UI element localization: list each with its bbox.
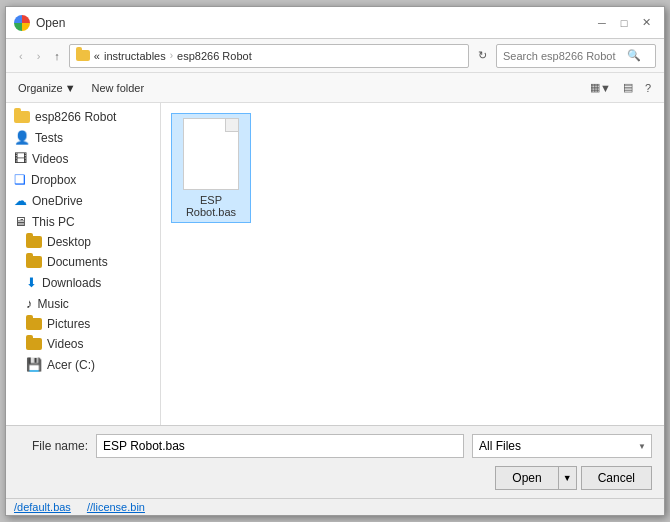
sidebar-item-dropbox[interactable]: ❑ Dropbox <box>6 169 160 190</box>
sidebar: esp8266 Robot 👤 Tests 🎞 Videos ❑ Dropbox… <box>6 103 161 425</box>
sidebar-item-desktop[interactable]: Desktop <box>6 232 160 252</box>
sidebar-item-esp8266robot[interactable]: esp8266 Robot <box>6 107 160 127</box>
organize-arrow-icon: ▼ <box>65 82 76 94</box>
minimize-button[interactable]: ─ <box>592 13 612 33</box>
title-bar: Open ─ □ ✕ <box>6 7 664 39</box>
filename-row: File name: All Files BASIC Files (*.bas)… <box>18 434 652 458</box>
content-area: ESP Robot.bas <box>161 103 664 425</box>
cancel-button[interactable]: Cancel <box>581 466 652 490</box>
search-icon: 🔍 <box>627 49 641 62</box>
organize-label: Organize <box>18 82 63 94</box>
title-bar-left: Open <box>14 15 65 31</box>
sidebar-item-acerdrive[interactable]: 💾 Acer (C:) <box>6 354 160 375</box>
help-button[interactable]: ? <box>640 79 656 97</box>
sidebar-item-music[interactable]: ♪ Music <box>6 293 160 314</box>
forward-button[interactable]: › <box>32 47 46 65</box>
sidebar-label: esp8266 Robot <box>35 110 116 124</box>
sidebar-item-pictures[interactable]: Pictures <box>6 314 160 334</box>
breadcrumb-instructables: instructables <box>104 50 166 62</box>
folder-special-icon <box>26 236 42 248</box>
sidebar-item-tests[interactable]: 👤 Tests <box>6 127 160 148</box>
sidebar-label: OneDrive <box>32 194 83 208</box>
sidebar-label: Pictures <box>47 317 90 331</box>
maximize-button[interactable]: □ <box>614 13 634 33</box>
refresh-button[interactable]: ↻ <box>473 46 492 65</box>
drive-icon: 💾 <box>26 357 42 372</box>
chrome-icon <box>14 15 30 31</box>
sidebar-label: Music <box>38 297 69 311</box>
new-folder-button[interactable]: New folder <box>88 80 149 96</box>
folder-special-icon <box>26 256 42 268</box>
view-toggle-button[interactable]: ▦ ▼ <box>585 78 616 97</box>
second-toolbar: Organize ▼ New folder ▦ ▼ ▤ ? <box>6 73 664 103</box>
sidebar-item-videos-bottom[interactable]: Videos <box>6 334 160 354</box>
filetype-select[interactable]: All Files BASIC Files (*.bas) Text Files… <box>472 434 652 458</box>
organize-button[interactable]: Organize ▼ <box>14 80 80 96</box>
open-button[interactable]: Open <box>496 467 558 489</box>
breadcrumb-bar[interactable]: « instructables › esp8266 Robot <box>69 44 469 68</box>
breadcrumb-folder-icon <box>76 50 90 61</box>
back-button[interactable]: ‹ <box>14 47 28 65</box>
music-icon: ♪ <box>26 296 33 311</box>
open-dropdown-button[interactable]: ▼ <box>559 467 576 489</box>
view-icons: ▦ ▼ ▤ ? <box>585 78 656 97</box>
pc-icon: 🖥 <box>14 214 27 229</box>
sidebar-label: Tests <box>35 131 63 145</box>
filmstrip-icon: 🎞 <box>14 151 27 166</box>
sidebar-label: Videos <box>47 337 83 351</box>
status-link-2[interactable]: //license.bin <box>87 501 145 513</box>
filetype-select-wrapper: All Files BASIC Files (*.bas) Text Files… <box>472 434 652 458</box>
sidebar-label: Dropbox <box>31 173 76 187</box>
dropbox-icon: ❑ <box>14 172 26 187</box>
folder-special-icon <box>26 338 42 350</box>
filename-input[interactable] <box>96 434 464 458</box>
sidebar-label: Videos <box>32 152 68 166</box>
window-controls: ─ □ ✕ <box>592 13 656 33</box>
open-button-group: Open ▼ <box>495 466 576 490</box>
sidebar-label: Desktop <box>47 235 91 249</box>
folder-special-icon <box>26 318 42 330</box>
view-icon: ▦ <box>590 81 600 94</box>
view-arrow-icon: ▼ <box>600 82 611 94</box>
file-icon <box>183 118 239 190</box>
search-input[interactable] <box>503 50 623 62</box>
filename-label: File name: <box>18 439 88 453</box>
breadcrumb-part1: « <box>94 50 100 62</box>
person-icon: 👤 <box>14 130 30 145</box>
file-name: ESP Robot.bas <box>176 194 246 218</box>
download-icon: ⬇ <box>26 275 37 290</box>
folder-icon <box>14 111 30 123</box>
open-dialog: Open ─ □ ✕ ‹ › ↑ « instructables › esp82… <box>5 6 665 516</box>
pane-button[interactable]: ▤ <box>618 78 638 97</box>
search-bar: 🔍 <box>496 44 656 68</box>
sidebar-label: This PC <box>32 215 75 229</box>
status-bar: /default.bas //license.bin <box>6 498 664 515</box>
file-item[interactable]: ESP Robot.bas <box>171 113 251 223</box>
sidebar-item-downloads[interactable]: ⬇ Downloads <box>6 272 160 293</box>
action-row: Open ▼ Cancel <box>18 466 652 490</box>
sidebar-label: Acer (C:) <box>47 358 95 372</box>
sidebar-item-thispc[interactable]: 🖥 This PC <box>6 211 160 232</box>
sidebar-item-documents[interactable]: Documents <box>6 252 160 272</box>
sidebar-item-onedrive[interactable]: ☁ OneDrive <box>6 190 160 211</box>
address-toolbar: ‹ › ↑ « instructables › esp8266 Robot ↻ … <box>6 39 664 73</box>
breadcrumb-separator: › <box>170 50 173 61</box>
sidebar-label: Documents <box>47 255 108 269</box>
status-link-1[interactable]: /default.bas <box>14 501 71 513</box>
main-area: esp8266 Robot 👤 Tests 🎞 Videos ❑ Dropbox… <box>6 103 664 425</box>
close-button[interactable]: ✕ <box>636 13 656 33</box>
onedrive-icon: ☁ <box>14 193 27 208</box>
up-button[interactable]: ↑ <box>49 47 65 65</box>
sidebar-label: Downloads <box>42 276 101 290</box>
breadcrumb-folder: esp8266 Robot <box>177 50 252 62</box>
dialog-title: Open <box>36 16 65 30</box>
bottom-bar: File name: All Files BASIC Files (*.bas)… <box>6 425 664 498</box>
sidebar-item-videos-top[interactable]: 🎞 Videos <box>6 148 160 169</box>
